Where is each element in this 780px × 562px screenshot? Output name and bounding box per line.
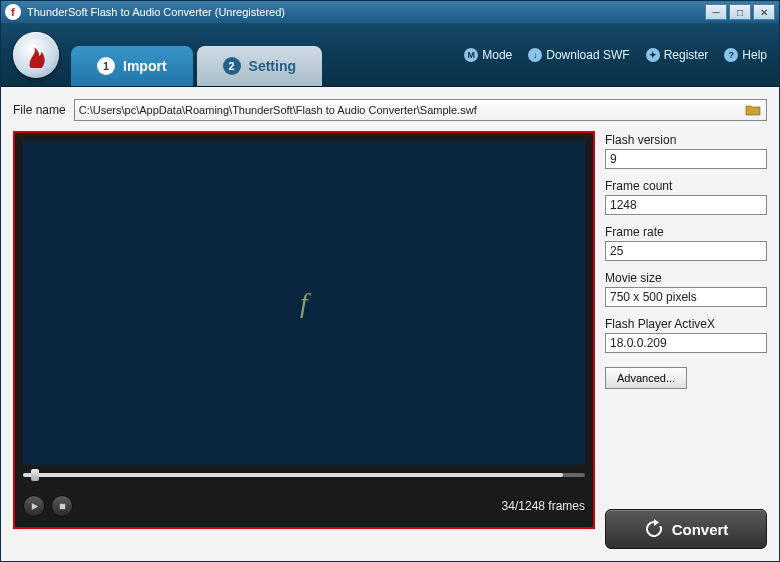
preview-panel: f 34/1248 frames: [13, 131, 595, 529]
tab-setting-number: 2: [223, 57, 241, 75]
frame-rate-label: Frame rate: [605, 225, 767, 239]
frame-status: 34/1248 frames: [502, 499, 585, 513]
maximize-button[interactable]: □: [729, 4, 751, 20]
download-icon: ↓: [528, 48, 542, 62]
tab-import[interactable]: 1 Import: [71, 46, 193, 86]
play-button[interactable]: [23, 495, 45, 517]
file-row: File name C:\Users\pc\AppData\Roaming\Th…: [13, 99, 767, 121]
stop-button[interactable]: [51, 495, 73, 517]
player-controls: 34/1248 frames: [23, 491, 585, 521]
window-title: ThunderSoft Flash to Audio Converter (Un…: [27, 6, 285, 18]
top-bar: 1 Import 2 Setting MMode ↓Download SWF ✦…: [1, 23, 779, 87]
tab-setting-label: Setting: [249, 58, 296, 74]
convert-icon: [644, 519, 664, 539]
register-link[interactable]: ✦Register: [646, 48, 709, 62]
tabs: 1 Import 2 Setting: [71, 23, 322, 86]
help-icon: ?: [724, 48, 738, 62]
advanced-button[interactable]: Advanced...: [605, 367, 687, 389]
close-button[interactable]: ✕: [753, 4, 775, 20]
body: File name C:\Users\pc\AppData\Roaming\Th…: [1, 87, 779, 561]
seek-slider[interactable]: [23, 467, 585, 489]
flash-version-label: Flash version: [605, 133, 767, 147]
activex-label: Flash Player ActiveX: [605, 317, 767, 331]
tab-import-number: 1: [97, 57, 115, 75]
flash-version-field: 9: [605, 149, 767, 169]
help-link[interactable]: ?Help: [724, 48, 767, 62]
frame-count-label: Frame count: [605, 179, 767, 193]
frame-rate-field: 25: [605, 241, 767, 261]
app-icon-small: f: [5, 4, 21, 20]
tab-setting[interactable]: 2 Setting: [197, 46, 322, 86]
movie-size-label: Movie size: [605, 271, 767, 285]
file-path-text: C:\Users\pc\AppData\Roaming\ThunderSoft\…: [79, 104, 744, 116]
svg-rect-0: [59, 503, 64, 508]
mode-icon: M: [464, 48, 478, 62]
activex-field: 18.0.0.209: [605, 333, 767, 353]
download-swf-link[interactable]: ↓Download SWF: [528, 48, 629, 62]
convert-label: Convert: [672, 521, 729, 538]
frame-count-field: 1248: [605, 195, 767, 215]
titlebar: f ThunderSoft Flash to Audio Converter (…: [1, 1, 779, 23]
info-panel: Flash version 9 Frame count 1248 Frame r…: [605, 131, 767, 549]
tab-import-label: Import: [123, 58, 167, 74]
movie-size-field: 750 x 500 pixels: [605, 287, 767, 307]
toolbar-links: MMode ↓Download SWF ✦Register ?Help: [464, 48, 767, 62]
mode-link[interactable]: MMode: [464, 48, 512, 62]
convert-button[interactable]: Convert: [605, 509, 767, 549]
file-name-label: File name: [13, 103, 66, 117]
file-path-field[interactable]: C:\Users\pc\AppData\Roaming\ThunderSoft\…: [74, 99, 767, 121]
register-icon: ✦: [646, 48, 660, 62]
preview-canvas: f: [23, 141, 585, 465]
app-logo: [13, 32, 59, 78]
flash-icon: f: [300, 287, 308, 319]
minimize-button[interactable]: ─: [705, 4, 727, 20]
browse-button[interactable]: [744, 103, 762, 117]
